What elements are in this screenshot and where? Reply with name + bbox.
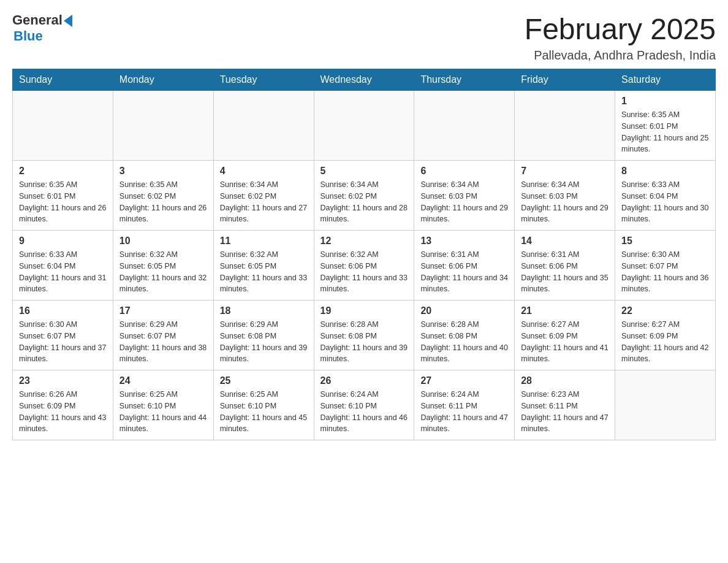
day-number: 6 [420, 166, 508, 177]
header-day-wednesday: Wednesday [314, 69, 414, 91]
calendar-cell [615, 370, 716, 440]
calendar-cell: 10Sunrise: 6:32 AMSunset: 6:05 PMDayligh… [113, 231, 213, 301]
calendar-cell: 14Sunrise: 6:31 AMSunset: 6:06 PMDayligh… [515, 231, 615, 301]
calendar-cell: 27Sunrise: 6:24 AMSunset: 6:11 PMDayligh… [414, 370, 515, 440]
calendar-cell: 21Sunrise: 6:27 AMSunset: 6:09 PMDayligh… [515, 301, 615, 370]
day-info: Sunrise: 6:24 AMSunset: 6:10 PMDaylight:… [320, 389, 408, 435]
calendar-cell: 24Sunrise: 6:25 AMSunset: 6:10 PMDayligh… [113, 370, 213, 440]
logo: General Blue [12, 12, 72, 44]
calendar-cell: 4Sunrise: 6:34 AMSunset: 6:02 PMDaylight… [213, 161, 314, 231]
day-info: Sunrise: 6:29 AMSunset: 6:07 PMDaylight:… [119, 319, 207, 365]
day-number: 18 [220, 305, 308, 316]
calendar-cell: 7Sunrise: 6:34 AMSunset: 6:03 PMDaylight… [515, 161, 615, 231]
day-info: Sunrise: 6:34 AMSunset: 6:03 PMDaylight:… [420, 179, 508, 225]
header-day-sunday: Sunday [13, 69, 113, 91]
calendar-cell: 2Sunrise: 6:35 AMSunset: 6:01 PMDaylight… [13, 161, 113, 231]
day-number: 7 [521, 166, 609, 177]
header-row: SundayMondayTuesdayWednesdayThursdayFrid… [13, 69, 716, 91]
day-number: 26 [320, 375, 408, 386]
day-info: Sunrise: 6:34 AMSunset: 6:03 PMDaylight:… [521, 179, 609, 225]
header-day-thursday: Thursday [414, 69, 515, 91]
calendar-cell: 16Sunrise: 6:30 AMSunset: 6:07 PMDayligh… [13, 301, 113, 370]
calendar-cell: 9Sunrise: 6:33 AMSunset: 6:04 PMDaylight… [13, 231, 113, 301]
day-info: Sunrise: 6:32 AMSunset: 6:05 PMDaylight:… [220, 249, 308, 295]
day-info: Sunrise: 6:33 AMSunset: 6:04 PMDaylight:… [19, 249, 107, 295]
day-number: 3 [119, 166, 207, 177]
day-info: Sunrise: 6:30 AMSunset: 6:07 PMDaylight:… [19, 319, 107, 365]
day-info: Sunrise: 6:35 AMSunset: 6:02 PMDaylight:… [119, 179, 207, 225]
day-number: 23 [19, 375, 107, 386]
day-info: Sunrise: 6:28 AMSunset: 6:08 PMDaylight:… [320, 319, 408, 365]
calendar-cell: 6Sunrise: 6:34 AMSunset: 6:03 PMDaylight… [414, 161, 515, 231]
calendar-cell: 26Sunrise: 6:24 AMSunset: 6:10 PMDayligh… [314, 370, 414, 440]
calendar-cell [414, 91, 515, 161]
day-info: Sunrise: 6:34 AMSunset: 6:02 PMDaylight:… [320, 179, 408, 225]
calendar-cell: 8Sunrise: 6:33 AMSunset: 6:04 PMDaylight… [615, 161, 716, 231]
day-number: 28 [521, 375, 609, 386]
week-row-4: 23Sunrise: 6:26 AMSunset: 6:09 PMDayligh… [13, 370, 716, 440]
day-info: Sunrise: 6:33 AMSunset: 6:04 PMDaylight:… [621, 179, 709, 225]
logo-general-text: General [12, 12, 63, 28]
calendar-cell: 13Sunrise: 6:31 AMSunset: 6:06 PMDayligh… [414, 231, 515, 301]
day-info: Sunrise: 6:31 AMSunset: 6:06 PMDaylight:… [521, 249, 609, 295]
day-info: Sunrise: 6:32 AMSunset: 6:06 PMDaylight:… [320, 249, 408, 295]
day-info: Sunrise: 6:25 AMSunset: 6:10 PMDaylight:… [220, 389, 308, 435]
day-number: 17 [119, 305, 207, 316]
day-number: 15 [621, 236, 709, 247]
month-title: February 2025 [525, 12, 716, 46]
day-info: Sunrise: 6:30 AMSunset: 6:07 PMDaylight:… [621, 249, 709, 295]
day-info: Sunrise: 6:32 AMSunset: 6:05 PMDaylight:… [119, 249, 207, 295]
week-row-1: 2Sunrise: 6:35 AMSunset: 6:01 PMDaylight… [13, 161, 716, 231]
calendar-header: SundayMondayTuesdayWednesdayThursdayFrid… [13, 69, 716, 91]
day-number: 25 [220, 375, 308, 386]
day-number: 4 [220, 166, 308, 177]
calendar-cell: 19Sunrise: 6:28 AMSunset: 6:08 PMDayligh… [314, 301, 414, 370]
day-info: Sunrise: 6:31 AMSunset: 6:06 PMDaylight:… [420, 249, 508, 295]
calendar-cell: 20Sunrise: 6:28 AMSunset: 6:08 PMDayligh… [414, 301, 515, 370]
day-number: 27 [420, 375, 508, 386]
calendar-cell: 15Sunrise: 6:30 AMSunset: 6:07 PMDayligh… [615, 231, 716, 301]
day-info: Sunrise: 6:28 AMSunset: 6:08 PMDaylight:… [420, 319, 508, 365]
calendar-cell [314, 91, 414, 161]
calendar-cell: 12Sunrise: 6:32 AMSunset: 6:06 PMDayligh… [314, 231, 414, 301]
logo-blue-text: Blue [13, 28, 43, 44]
day-number: 22 [621, 305, 709, 316]
title-block: February 2025 Pallevada, Andhra Pradesh,… [525, 12, 716, 63]
day-number: 20 [420, 305, 508, 316]
header-day-saturday: Saturday [615, 69, 716, 91]
day-info: Sunrise: 6:35 AMSunset: 6:01 PMDaylight:… [621, 109, 709, 155]
calendar-cell: 3Sunrise: 6:35 AMSunset: 6:02 PMDaylight… [113, 161, 213, 231]
calendar-cell: 5Sunrise: 6:34 AMSunset: 6:02 PMDaylight… [314, 161, 414, 231]
day-number: 13 [420, 236, 508, 247]
location-title: Pallevada, Andhra Pradesh, India [525, 48, 716, 63]
day-info: Sunrise: 6:27 AMSunset: 6:09 PMDaylight:… [621, 319, 709, 365]
day-info: Sunrise: 6:23 AMSunset: 6:11 PMDaylight:… [521, 389, 609, 435]
day-number: 5 [320, 166, 408, 177]
calendar-cell: 11Sunrise: 6:32 AMSunset: 6:05 PMDayligh… [213, 231, 314, 301]
day-number: 8 [621, 166, 709, 177]
day-info: Sunrise: 6:26 AMSunset: 6:09 PMDaylight:… [19, 389, 107, 435]
day-number: 16 [19, 305, 107, 316]
calendar-cell: 22Sunrise: 6:27 AMSunset: 6:09 PMDayligh… [615, 301, 716, 370]
day-number: 1 [621, 96, 709, 107]
header-day-tuesday: Tuesday [213, 69, 314, 91]
day-number: 9 [19, 236, 107, 247]
calendar-cell: 18Sunrise: 6:29 AMSunset: 6:08 PMDayligh… [213, 301, 314, 370]
calendar-cell [515, 91, 615, 161]
day-number: 2 [19, 166, 107, 177]
day-info: Sunrise: 6:29 AMSunset: 6:08 PMDaylight:… [220, 319, 308, 365]
calendar-body: 1Sunrise: 6:35 AMSunset: 6:01 PMDaylight… [13, 91, 716, 440]
page-header: General Blue February 2025 Pallevada, An… [12, 12, 716, 63]
week-row-3: 16Sunrise: 6:30 AMSunset: 6:07 PMDayligh… [13, 301, 716, 370]
calendar-cell: 1Sunrise: 6:35 AMSunset: 6:01 PMDaylight… [615, 91, 716, 161]
day-number: 14 [521, 236, 609, 247]
header-day-monday: Monday [113, 69, 213, 91]
day-number: 19 [320, 305, 408, 316]
day-info: Sunrise: 6:27 AMSunset: 6:09 PMDaylight:… [521, 319, 609, 365]
day-number: 21 [521, 305, 609, 316]
day-info: Sunrise: 6:25 AMSunset: 6:10 PMDaylight:… [119, 389, 207, 435]
calendar-cell [213, 91, 314, 161]
calendar-cell: 17Sunrise: 6:29 AMSunset: 6:07 PMDayligh… [113, 301, 213, 370]
day-number: 11 [220, 236, 308, 247]
calendar-cell: 23Sunrise: 6:26 AMSunset: 6:09 PMDayligh… [13, 370, 113, 440]
